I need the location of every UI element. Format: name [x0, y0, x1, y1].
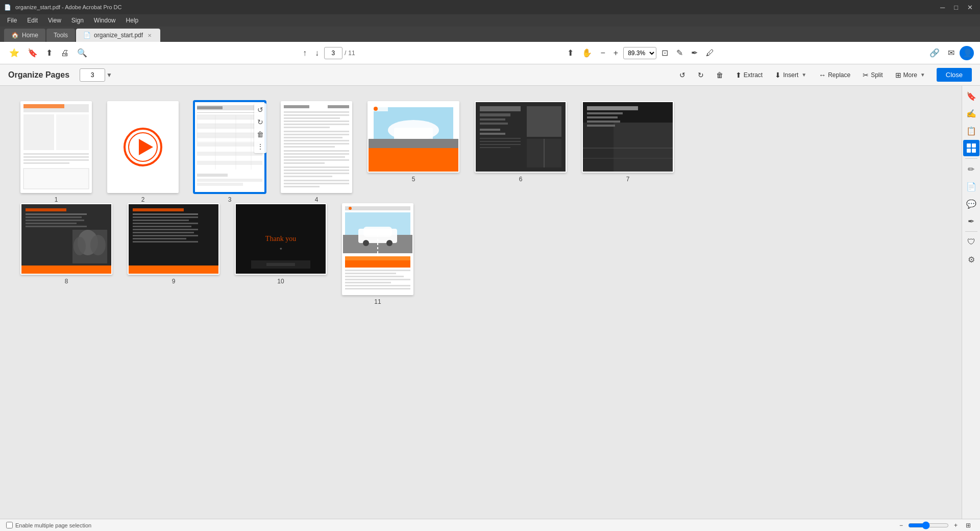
page-delete-button[interactable]: 🗑 [255, 129, 265, 140]
stamp-tool-button[interactable]: 🖊 [703, 46, 717, 60]
window-close-button[interactable]: ✕ [964, 3, 976, 12]
tab-tools[interactable]: Tools [46, 29, 75, 42]
page-item-5[interactable]: 5 [368, 101, 459, 203]
page-select-dropdown-arrow[interactable]: ▼ [106, 71, 112, 79]
page-rotate-cw-button[interactable]: ↻ [255, 116, 265, 128]
sidebar-tool-organize[interactable] [963, 140, 979, 156]
select-tool-button[interactable]: ⬆ [564, 46, 577, 60]
svg-rect-127 [133, 241, 198, 243]
svg-rect-150 [345, 285, 410, 286]
zoom-out-button[interactable]: − [597, 46, 608, 60]
page-item-8[interactable]: 8 [20, 203, 112, 305]
prev-page-button[interactable]: ↑ [300, 46, 310, 60]
page-thumb-8[interactable] [20, 203, 112, 275]
bottom-zoom-out-button[interactable]: − [896, 520, 906, 531]
bottom-zoom-in-button[interactable]: + [951, 520, 961, 531]
svg-rect-66 [284, 180, 349, 181]
maximize-button[interactable]: □ [951, 3, 961, 12]
page-item-7[interactable]: 7 [582, 101, 674, 203]
search-button[interactable]: 🔍 [74, 46, 90, 60]
svg-rect-33 [197, 156, 262, 160]
share2-button[interactable]: 🔗 [926, 46, 943, 60]
page-rotate-ccw-button[interactable]: ↺ [255, 104, 265, 115]
page-number-input[interactable] [324, 47, 342, 59]
bookmark-button[interactable]: 🔖 [24, 46, 41, 60]
page-item-2[interactable]: 2 [107, 101, 179, 203]
app-icon: 📄 [4, 4, 11, 11]
close-organize-button[interactable]: Close [937, 68, 972, 82]
page-item-11[interactable]: 11 [342, 203, 413, 305]
sidebar-tool-bookmark[interactable]: 🔖 [963, 88, 979, 104]
svg-rect-57 [284, 150, 349, 152]
page-more-button[interactable]: ⋮ [255, 141, 265, 152]
delete-page-button[interactable]: 🗑 [711, 68, 728, 82]
next-page-button[interactable]: ↓ [312, 46, 322, 60]
menu-help[interactable]: Help [121, 16, 144, 25]
tab-home[interactable]: 🏠 Home [4, 29, 45, 42]
page-thumb-2[interactable] [107, 101, 179, 193]
sidebar-tool-edit[interactable]: ✏ [963, 161, 979, 177]
page-thumb-11[interactable] [342, 203, 413, 295]
zoom-slider[interactable] [908, 521, 949, 529]
extract-button[interactable]: ⬆ Extract [730, 68, 768, 82]
menu-edit[interactable]: Edit [22, 16, 43, 25]
svg-rect-6 [23, 156, 89, 158]
menu-window[interactable]: Window [89, 16, 121, 25]
sidebar-tool-export[interactable]: 📄 [963, 178, 979, 195]
page-item-6[interactable]: 6 [475, 101, 567, 203]
share-button[interactable]: ⬆ [43, 46, 56, 60]
page-item-4[interactable]: 4 [281, 101, 352, 203]
sidebar-tool-fillsign[interactable]: ✒ [963, 213, 979, 229]
page-thumb-10[interactable]: Thank you ✦ [235, 203, 327, 275]
send-button[interactable]: ✉ [945, 46, 958, 60]
tab-document[interactable]: 📄 organize_start.pdf ✕ [76, 29, 160, 42]
page-item-3[interactable]: ↺ ↻ 🗑 ⋮ 3 [194, 101, 265, 203]
page-thumb-1[interactable] [20, 101, 92, 193]
page-item-9[interactable]: 9 [128, 203, 219, 305]
page-thumb-4[interactable] [281, 101, 352, 193]
bookmark-add-button[interactable]: ⭐ [6, 46, 22, 60]
insert-button[interactable]: ⬇ Insert ▼ [770, 68, 812, 82]
sidebar-tool-signature[interactable]: ✍ [963, 105, 979, 122]
split-button[interactable]: ✂ Split [857, 68, 888, 82]
page-item-1[interactable]: 1 [20, 101, 92, 203]
svg-rect-134 [345, 206, 410, 210]
sidebar-tool-stamp[interactable]: 📋 [963, 123, 979, 139]
draw-button[interactable]: ✒ [688, 46, 701, 60]
page-item-10[interactable]: Thank you ✦ 10 [235, 203, 327, 305]
page-num-6: 6 [519, 176, 523, 183]
more-button[interactable]: ⊞ More ▼ [890, 68, 930, 82]
rotate-cw-button[interactable]: ↻ [693, 68, 709, 82]
page-thumb-6[interactable] [475, 101, 567, 173]
page-thumb-9[interactable] [128, 203, 219, 275]
menu-sign[interactable]: Sign [66, 16, 89, 25]
enable-multiselect-checkbox[interactable] [6, 522, 13, 528]
zoom-in-button[interactable]: + [610, 46, 621, 60]
svg-rect-125 [133, 235, 198, 236]
organize-page-input[interactable] [80, 68, 105, 82]
svg-rect-155 [972, 149, 976, 153]
minimize-button[interactable]: ─ [937, 3, 948, 12]
fit-page-button[interactable]: ⊡ [658, 46, 671, 60]
sidebar-tool-settings[interactable]: ⚙ [963, 251, 979, 268]
rotate-ccw-button[interactable]: ↺ [674, 68, 691, 82]
user-button[interactable]: 👤 [960, 46, 974, 60]
menu-view[interactable]: View [43, 16, 66, 25]
page-thumb-7[interactable] [582, 101, 674, 173]
print-button[interactable]: 🖨 [58, 46, 72, 60]
sidebar-tool-protect[interactable]: 🛡 [963, 234, 979, 250]
tab-close-button[interactable]: ✕ [146, 32, 153, 39]
replace-button[interactable]: ↔ Replace [814, 68, 855, 82]
hand-tool-button[interactable]: ✋ [579, 46, 595, 60]
markup-button[interactable]: ✎ [673, 46, 686, 60]
menu-file[interactable]: File [2, 16, 22, 25]
page-grid-area[interactable]: 1 2 [0, 86, 962, 519]
enable-multiselect-checkbox-container[interactable]: Enable multiple page selection [6, 522, 91, 528]
svg-rect-40 [197, 179, 262, 182]
sidebar-tool-comment[interactable]: 💬 [963, 196, 979, 212]
svg-rect-41 [197, 183, 243, 186]
zoom-select[interactable]: 50% 75% 89.3% 100% 125% 150% 200% [623, 47, 656, 59]
svg-rect-20 [197, 119, 262, 124]
page-thumb-5[interactable] [368, 101, 459, 173]
fit-window-button[interactable]: ⊞ [963, 520, 974, 531]
